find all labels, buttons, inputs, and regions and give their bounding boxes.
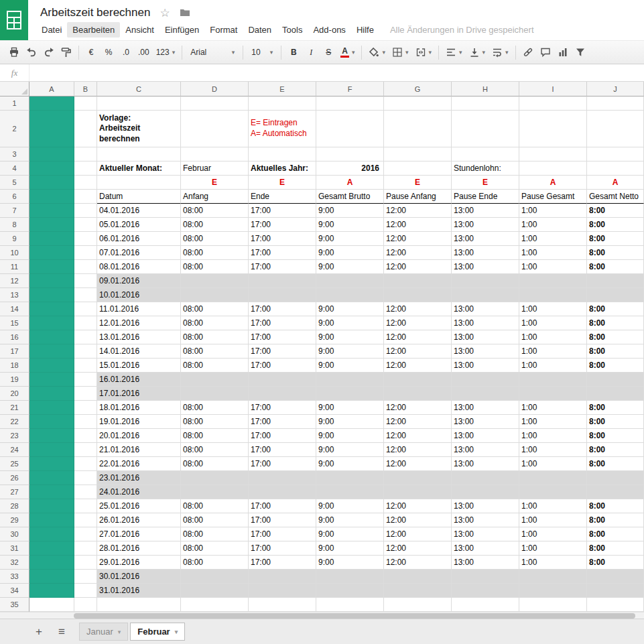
cell-A8[interactable] [29,218,74,232]
cell-J21[interactable]: 8:00 [587,401,644,415]
cell-F29[interactable]: 9:00 [316,513,384,527]
cell-H23[interactable]: 13:00 [452,429,519,443]
cell-C8[interactable]: 05.01.2016 [97,218,181,232]
cell-E18[interactable]: 17:00 [249,359,316,373]
cell-B22[interactable] [74,415,97,429]
cell-E14[interactable]: 17:00 [249,302,316,316]
cell-E13[interactable] [249,288,316,302]
cell-D30[interactable]: 08:00 [181,527,249,541]
cell-I22[interactable]: 1:00 [519,415,587,429]
cell-J6[interactable]: Gesamt Netto [587,190,644,204]
vertical-align-button[interactable] [466,44,489,60]
row-header-22[interactable]: 22 [0,415,29,429]
cell-I19[interactable] [519,373,587,387]
cell-G10[interactable]: 12:00 [384,246,452,260]
row-header-25[interactable]: 25 [0,457,29,471]
cell-F15[interactable]: 9:00 [316,316,384,330]
cell-B1[interactable] [74,96,97,111]
cell-D7[interactable]: 08:00 [181,204,249,218]
row-header-18[interactable]: 18 [0,359,29,373]
cell-D23[interactable]: 08:00 [181,429,249,443]
row-header-16[interactable]: 16 [0,330,29,344]
cell-D6[interactable]: Anfang [181,190,249,204]
cell-D19[interactable] [181,373,249,387]
cell-I7[interactable]: 1:00 [519,204,587,218]
row-header-1[interactable]: 1 [0,96,29,111]
cell-F7[interactable]: 9:00 [316,204,384,218]
cell-F8[interactable]: 9:00 [316,218,384,232]
cell-I10[interactable]: 1:00 [519,246,587,260]
cell-D35[interactable] [181,598,249,612]
font-size-dropdown[interactable]: 10 [247,44,277,60]
cell-I13[interactable] [519,288,587,302]
cell-E25[interactable]: 17:00 [249,457,316,471]
cell-F26[interactable] [316,471,384,485]
cell-A9[interactable] [29,232,74,246]
cell-C6[interactable]: Datum [97,190,181,204]
row-header-33[interactable]: 33 [0,570,29,584]
cell-E31[interactable]: 17:00 [249,541,316,556]
cell-B14[interactable] [74,302,97,316]
row-header-9[interactable]: 9 [0,232,29,246]
cell-C27[interactable]: 24.01.2016 [97,485,181,499]
cell-E34[interactable] [249,584,316,598]
row-header-6[interactable]: 6 [0,190,29,204]
column-header-H[interactable]: H [452,82,519,96]
cell-F3[interactable] [316,147,384,162]
cell-I34[interactable] [519,584,587,598]
cell-E20[interactable] [249,387,316,401]
cell-E19[interactable] [249,373,316,387]
cell-F5[interactable]: A [316,176,384,190]
cell-H4[interactable]: Stundenlohn: [452,162,519,176]
cell-C4[interactable]: Aktueller Monat: [97,162,181,176]
cell-B28[interactable] [74,499,97,513]
cell-A13[interactable] [29,288,74,302]
cell-J27[interactable] [587,485,644,499]
cell-J1[interactable] [587,96,644,111]
row-header-21[interactable]: 21 [0,401,29,415]
cell-F14[interactable]: 9:00 [316,302,384,316]
cell-G30[interactable]: 12:00 [384,527,452,541]
cell-G12[interactable] [384,274,452,288]
all-sheets-button[interactable]: ≡ [52,623,71,641]
cell-I16[interactable]: 1:00 [519,330,587,344]
cell-C29[interactable]: 26.01.2016 [97,513,181,527]
cell-D31[interactable]: 08:00 [181,541,249,556]
cell-B17[interactable] [74,344,97,359]
cell-C3[interactable] [97,147,181,162]
cell-J25[interactable]: 8:00 [587,457,644,471]
cell-H18[interactable]: 13:00 [452,359,519,373]
cell-F21[interactable]: 9:00 [316,401,384,415]
row-header-32[interactable]: 32 [0,556,29,570]
menu-add-ons[interactable]: Add-ons [308,22,350,38]
cell-J26[interactable] [587,471,644,485]
cell-I3[interactable] [519,147,587,162]
cell-F18[interactable]: 9:00 [316,359,384,373]
cell-A24[interactable] [29,443,74,457]
cell-D34[interactable] [181,584,249,598]
cell-A26[interactable] [29,471,74,485]
cell-I17[interactable]: 1:00 [519,344,587,359]
cell-F17[interactable]: 9:00 [316,344,384,359]
increase-decimal-button[interactable]: .00 [135,44,152,60]
decrease-decimal-button[interactable]: .0 [118,44,134,60]
row-header-2[interactable]: 2 [0,111,29,147]
cell-H31[interactable]: 13:00 [452,541,519,556]
cell-H24[interactable]: 13:00 [452,443,519,457]
cell-C25[interactable]: 22.01.2016 [97,457,181,471]
font-family-dropdown[interactable]: Arial [186,44,239,60]
cell-E23[interactable]: 17:00 [249,429,316,443]
cell-A6[interactable] [29,190,74,204]
cell-E17[interactable]: 17:00 [249,344,316,359]
cell-A11[interactable] [29,260,74,274]
cell-B32[interactable] [74,556,97,570]
cell-G11[interactable]: 12:00 [384,260,452,274]
cell-D2[interactable] [181,111,249,147]
cell-F33[interactable] [316,570,384,584]
cell-E3[interactable] [249,147,316,162]
cell-D20[interactable] [181,387,249,401]
print-button[interactable] [6,44,22,60]
cell-B21[interactable] [74,401,97,415]
cell-F10[interactable]: 9:00 [316,246,384,260]
cell-B18[interactable] [74,359,97,373]
